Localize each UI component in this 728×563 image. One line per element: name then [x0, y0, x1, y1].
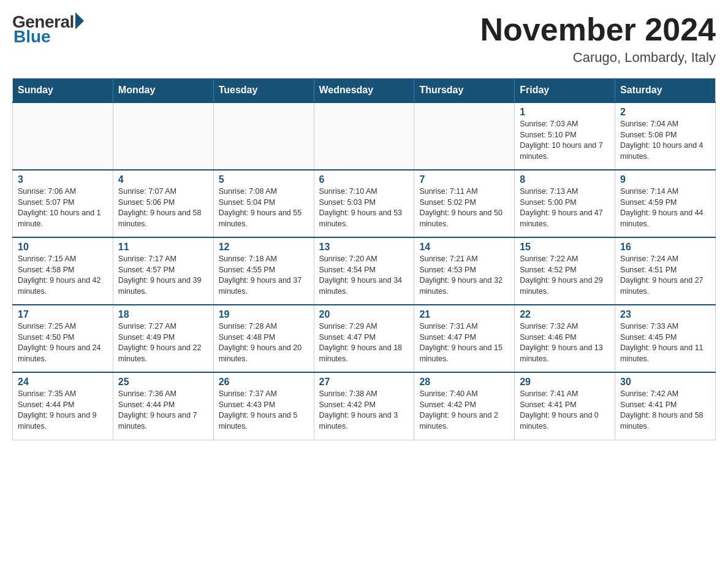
day-info: Sunrise: 7:13 AMSunset: 5:00 PMDaylight:… [520, 186, 610, 229]
calendar-cell: 24Sunrise: 7:35 AMSunset: 4:44 PMDayligh… [13, 372, 113, 440]
day-info: Sunrise: 7:21 AMSunset: 4:53 PMDaylight:… [419, 254, 509, 297]
calendar-cell: 12Sunrise: 7:18 AMSunset: 4:55 PMDayligh… [213, 237, 314, 305]
day-number: 15 [520, 242, 610, 253]
weekday-header-row: SundayMondayTuesdayWednesdayThursdayFrid… [13, 79, 716, 103]
calendar-cell: 26Sunrise: 7:37 AMSunset: 4:43 PMDayligh… [213, 372, 314, 440]
calendar-cell [314, 102, 414, 170]
day-info: Sunrise: 7:14 AMSunset: 4:59 PMDaylight:… [620, 186, 710, 229]
day-number: 4 [118, 174, 208, 185]
day-number: 1 [520, 107, 610, 118]
day-number: 16 [620, 242, 710, 253]
day-info: Sunrise: 7:20 AMSunset: 4:54 PMDaylight:… [319, 254, 409, 297]
weekday-header-thursday: Thursday [414, 79, 515, 103]
day-info: Sunrise: 7:03 AMSunset: 5:10 PMDaylight:… [520, 119, 610, 162]
calendar-cell [414, 102, 515, 170]
calendar-table: SundayMondayTuesdayWednesdayThursdayFrid… [12, 78, 716, 440]
location-title: Carugo, Lombardy, Italy [480, 50, 716, 66]
day-number: 7 [419, 174, 509, 185]
calendar-cell: 8Sunrise: 7:13 AMSunset: 5:00 PMDaylight… [515, 170, 615, 237]
title-area: November 2024 Carugo, Lombardy, Italy [480, 12, 716, 66]
calendar-cell: 18Sunrise: 7:27 AMSunset: 4:49 PMDayligh… [113, 305, 213, 372]
weekday-header-friday: Friday [515, 79, 615, 103]
day-info: Sunrise: 7:38 AMSunset: 4:42 PMDaylight:… [319, 389, 409, 432]
day-number: 13 [319, 242, 409, 253]
weekday-header-monday: Monday [113, 79, 213, 103]
calendar-week-row: 3Sunrise: 7:06 AMSunset: 5:07 PMDaylight… [13, 170, 716, 237]
day-info: Sunrise: 7:37 AMSunset: 4:43 PMDaylight:… [219, 389, 309, 432]
calendar-week-row: 17Sunrise: 7:25 AMSunset: 4:50 PMDayligh… [13, 305, 716, 372]
day-number: 29 [520, 377, 610, 388]
day-number: 30 [620, 377, 710, 388]
day-number: 26 [219, 377, 309, 388]
calendar-cell: 1Sunrise: 7:03 AMSunset: 5:10 PMDaylight… [515, 102, 615, 170]
day-info: Sunrise: 7:41 AMSunset: 4:41 PMDaylight:… [520, 389, 610, 432]
day-number: 27 [319, 377, 409, 388]
calendar-cell: 6Sunrise: 7:10 AMSunset: 5:03 PMDaylight… [314, 170, 414, 237]
day-info: Sunrise: 7:29 AMSunset: 4:47 PMDaylight:… [319, 321, 409, 364]
day-number: 9 [620, 174, 710, 185]
calendar-cell: 11Sunrise: 7:17 AMSunset: 4:57 PMDayligh… [113, 237, 213, 305]
day-info: Sunrise: 7:17 AMSunset: 4:57 PMDaylight:… [118, 254, 208, 297]
calendar-cell [13, 102, 113, 170]
day-number: 3 [18, 174, 108, 185]
day-number: 23 [620, 309, 710, 320]
weekday-header-wednesday: Wednesday [314, 79, 414, 103]
logo-blue-text: Blue [13, 27, 51, 47]
calendar-cell: 14Sunrise: 7:21 AMSunset: 4:53 PMDayligh… [414, 237, 515, 305]
day-info: Sunrise: 7:10 AMSunset: 5:03 PMDaylight:… [319, 186, 409, 229]
day-number: 10 [18, 242, 108, 253]
day-number: 21 [419, 309, 509, 320]
day-number: 25 [118, 377, 208, 388]
day-info: Sunrise: 7:18 AMSunset: 4:55 PMDaylight:… [219, 254, 309, 297]
day-info: Sunrise: 7:25 AMSunset: 4:50 PMDaylight:… [18, 321, 108, 364]
calendar-cell: 20Sunrise: 7:29 AMSunset: 4:47 PMDayligh… [314, 305, 414, 372]
day-info: Sunrise: 7:06 AMSunset: 5:07 PMDaylight:… [18, 186, 108, 229]
day-info: Sunrise: 7:36 AMSunset: 4:44 PMDaylight:… [118, 389, 208, 432]
logo: General Blue [12, 12, 84, 47]
header: General Blue November 2024 Carugo, Lomba… [12, 12, 716, 66]
calendar-cell: 30Sunrise: 7:42 AMSunset: 4:41 PMDayligh… [615, 372, 716, 440]
day-info: Sunrise: 7:04 AMSunset: 5:08 PMDaylight:… [620, 119, 710, 162]
day-number: 12 [219, 242, 309, 253]
calendar-cell: 4Sunrise: 7:07 AMSunset: 5:06 PMDaylight… [113, 170, 213, 237]
day-info: Sunrise: 7:15 AMSunset: 4:58 PMDaylight:… [18, 254, 108, 297]
day-info: Sunrise: 7:33 AMSunset: 4:45 PMDaylight:… [620, 321, 710, 364]
day-info: Sunrise: 7:35 AMSunset: 4:44 PMDaylight:… [18, 389, 108, 432]
weekday-header-tuesday: Tuesday [213, 79, 314, 103]
day-info: Sunrise: 7:32 AMSunset: 4:46 PMDaylight:… [520, 321, 610, 364]
day-number: 19 [219, 309, 309, 320]
day-info: Sunrise: 7:08 AMSunset: 5:04 PMDaylight:… [219, 186, 309, 229]
day-info: Sunrise: 7:28 AMSunset: 4:48 PMDaylight:… [219, 321, 309, 364]
day-number: 14 [419, 242, 509, 253]
calendar-cell: 3Sunrise: 7:06 AMSunset: 5:07 PMDaylight… [13, 170, 113, 237]
calendar-cell: 9Sunrise: 7:14 AMSunset: 4:59 PMDaylight… [615, 170, 716, 237]
calendar-cell: 16Sunrise: 7:24 AMSunset: 4:51 PMDayligh… [615, 237, 716, 305]
weekday-header-sunday: Sunday [13, 79, 113, 103]
calendar-week-row: 10Sunrise: 7:15 AMSunset: 4:58 PMDayligh… [13, 237, 716, 305]
day-number: 28 [419, 377, 509, 388]
calendar-cell: 29Sunrise: 7:41 AMSunset: 4:41 PMDayligh… [515, 372, 615, 440]
day-number: 2 [620, 107, 710, 118]
calendar-cell: 23Sunrise: 7:33 AMSunset: 4:45 PMDayligh… [615, 305, 716, 372]
day-info: Sunrise: 7:42 AMSunset: 4:41 PMDaylight:… [620, 389, 710, 432]
calendar-cell: 25Sunrise: 7:36 AMSunset: 4:44 PMDayligh… [113, 372, 213, 440]
calendar-cell [113, 102, 213, 170]
day-info: Sunrise: 7:07 AMSunset: 5:06 PMDaylight:… [118, 186, 208, 229]
day-number: 11 [118, 242, 208, 253]
calendar-cell: 21Sunrise: 7:31 AMSunset: 4:47 PMDayligh… [414, 305, 515, 372]
calendar-cell: 28Sunrise: 7:40 AMSunset: 4:42 PMDayligh… [414, 372, 515, 440]
calendar-cell: 10Sunrise: 7:15 AMSunset: 4:58 PMDayligh… [13, 237, 113, 305]
day-number: 8 [520, 174, 610, 185]
calendar-cell: 2Sunrise: 7:04 AMSunset: 5:08 PMDaylight… [615, 102, 716, 170]
day-number: 22 [520, 309, 610, 320]
day-number: 17 [18, 309, 108, 320]
day-number: 5 [219, 174, 309, 185]
calendar-cell: 19Sunrise: 7:28 AMSunset: 4:48 PMDayligh… [213, 305, 314, 372]
day-number: 20 [319, 309, 409, 320]
calendar-week-row: 24Sunrise: 7:35 AMSunset: 4:44 PMDayligh… [13, 372, 716, 440]
day-info: Sunrise: 7:40 AMSunset: 4:42 PMDaylight:… [419, 389, 509, 432]
day-info: Sunrise: 7:11 AMSunset: 5:02 PMDaylight:… [419, 186, 509, 229]
day-number: 24 [18, 377, 108, 388]
day-info: Sunrise: 7:31 AMSunset: 4:47 PMDaylight:… [419, 321, 509, 364]
calendar-cell: 5Sunrise: 7:08 AMSunset: 5:04 PMDaylight… [213, 170, 314, 237]
